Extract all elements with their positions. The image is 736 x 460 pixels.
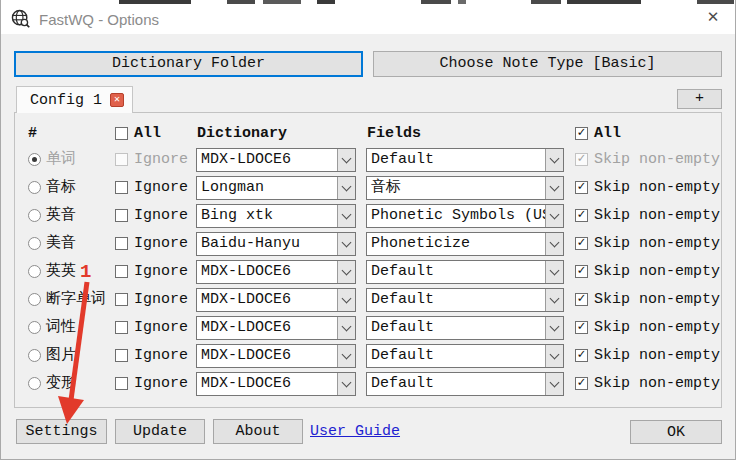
fields-select[interactable]: 音标 [366,176,564,200]
dictionary-select[interactable]: MDX-LDOCE6 [196,372,356,396]
dictionary-select[interactable]: MDX-LDOCE6 [196,288,356,312]
skip-non-empty-checkbox[interactable] [575,349,588,362]
dictionary-select-value: MDX-LDOCE6 [197,149,337,171]
chevron-down-icon [337,261,355,283]
ignore-label: Ignore [134,260,188,284]
ignore-checkbox[interactable] [115,265,128,278]
fields-select-value: Default [367,149,545,171]
ignore-checkbox[interactable] [115,349,128,362]
table-row: 英英 Ignore MDX-LDOCE6 Default Skip non-em… [15,260,721,284]
table-row: 美音 Ignore Baidu-Hanyu Phoneticize Skip n… [15,232,721,256]
row-label: 英英 [46,260,76,284]
chevron-down-icon [337,373,355,395]
row-radio[interactable] [28,209,41,222]
col-header-all-left: All [134,122,161,146]
tab-close-icon[interactable]: ✕ [110,93,124,107]
user-guide-link[interactable]: User Guide [310,419,400,444]
add-tab-button[interactable]: + [677,89,722,109]
dictionary-select[interactable]: MDX-LDOCE6 [196,344,356,368]
ignore-checkbox[interactable] [115,293,128,306]
all-skip-checkbox[interactable] [575,127,588,140]
fields-select[interactable]: Default [366,344,564,368]
skip-label: Skip non-empty [594,288,720,312]
chevron-down-icon [337,345,355,367]
skip-non-empty-checkbox[interactable] [575,181,588,194]
dictionary-select[interactable]: MDX-LDOCE6 [196,260,356,284]
fields-select-value: Phonetic Symbols (US) [367,205,545,227]
dictionary-select-value: Baidu-Hanyu [197,233,337,255]
skip-non-empty-checkbox[interactable] [575,209,588,222]
all-ignore-checkbox[interactable] [115,127,128,140]
skip-non-empty-checkbox[interactable] [575,377,588,390]
update-button[interactable]: Update [115,419,205,444]
col-header-number: # [28,122,37,146]
row-radio[interactable] [28,321,41,334]
chevron-down-icon [337,177,355,199]
skip-label: Skip non-empty [594,344,720,368]
ignore-checkbox[interactable] [115,181,128,194]
fields-select[interactable]: Default [366,372,564,396]
dictionary-folder-button[interactable]: Dictionary Folder [14,51,363,77]
col-header-dictionary: Dictionary [197,122,287,146]
row-label: 词性 [46,316,76,340]
row-radio[interactable] [28,153,41,166]
fields-select-value: Default [367,317,545,339]
skip-non-empty-checkbox[interactable] [575,153,588,166]
skip-non-empty-checkbox[interactable] [575,265,588,278]
fields-select[interactable]: Default [366,148,564,172]
ignore-checkbox[interactable] [115,321,128,334]
choose-note-type-button[interactable]: Choose Note Type [Basic] [373,51,722,77]
skip-label: Skip non-empty [594,372,720,396]
fields-select-value: Default [367,289,545,311]
ignore-checkbox[interactable] [115,209,128,222]
dictionary-select-value: MDX-LDOCE6 [197,317,337,339]
fields-select-value: Default [367,261,545,283]
ignore-label: Ignore [134,316,188,340]
skip-non-empty-checkbox[interactable] [575,293,588,306]
fields-select[interactable]: Default [366,260,564,284]
window-title: FastWQ - Options [39,5,159,35]
ignore-checkbox[interactable] [115,377,128,390]
close-icon[interactable]: ✕ [704,8,722,26]
row-radio[interactable] [28,377,41,390]
dictionary-select[interactable]: Baidu-Hanyu [196,232,356,256]
col-header-fields: Fields [367,122,421,146]
dictionary-select-value: MDX-LDOCE6 [197,345,337,367]
row-radio[interactable] [28,349,41,362]
table-row: 音标 Ignore Longman 音标 Skip non-empty [15,176,721,200]
skip-non-empty-checkbox[interactable] [575,321,588,334]
fields-select[interactable]: Default [366,288,564,312]
dictionary-select[interactable]: MDX-LDOCE6 [196,316,356,340]
dictionary-select[interactable]: MDX-LDOCE6 [196,148,356,172]
chevron-down-icon [545,177,563,199]
row-radio[interactable] [28,293,41,306]
row-radio[interactable] [28,181,41,194]
row-radio[interactable] [28,237,41,250]
skip-label: Skip non-empty [594,176,720,200]
ignore-checkbox[interactable] [115,153,128,166]
dictionary-select[interactable]: Longman [196,176,356,200]
row-label: 断字单词 [46,288,106,312]
tab-config-1[interactable]: Config 1 ✕ [16,86,133,113]
chevron-down-icon [545,261,563,283]
config-table: # All Dictionary Fields All 单词 Ignore MD… [14,112,722,408]
skip-non-empty-checkbox[interactable] [575,237,588,250]
fields-select[interactable]: Default [366,316,564,340]
fields-select[interactable]: Phoneticize [366,232,564,256]
ok-button[interactable]: OK [630,420,722,444]
skip-label: Skip non-empty [594,148,720,172]
chevron-down-icon [545,233,563,255]
chevron-down-icon [545,373,563,395]
ignore-label: Ignore [134,344,188,368]
about-button[interactable]: About [213,419,303,444]
title-bar: FastWQ - Options ✕ [1,0,735,34]
fields-select[interactable]: Phonetic Symbols (US) [366,204,564,228]
ignore-checkbox[interactable] [115,237,128,250]
row-radio[interactable] [28,265,41,278]
annotation-number: 1 [80,261,91,283]
chevron-down-icon [545,317,563,339]
settings-button[interactable]: Settings [16,419,107,444]
dictionary-select[interactable]: Bing xtk [196,204,356,228]
chevron-down-icon [337,317,355,339]
ignore-label: Ignore [134,288,188,312]
